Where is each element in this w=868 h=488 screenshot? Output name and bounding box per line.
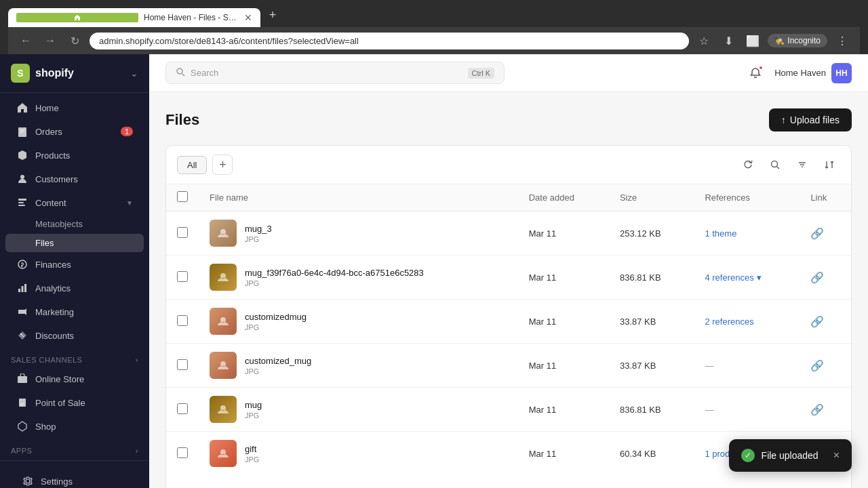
row-checkbox-cell [166,256,199,300]
file-type-5: JPG [245,455,259,464]
sales-channels-section: Sales channels › [0,348,149,367]
svg-rect-5 [18,202,24,203]
search-bar[interactable]: Search Ctrl K [165,62,505,84]
copy-link-icon-4[interactable]: 🔗 [810,404,824,415]
copy-link-icon-1[interactable]: 🔗 [810,272,824,283]
filter-all-tab[interactable]: All [177,156,207,174]
menu-icon[interactable]: ⋮ [833,31,852,50]
sidebar-item-settings[interactable]: Settings [11,470,138,488]
header-right: Home Haven HH [745,62,852,84]
row-checkbox-5[interactable] [177,447,188,458]
svg-line-18 [182,74,185,77]
row-references-link-0[interactable]: 1 theme [705,228,789,239]
download-icon[interactable]: ⬇ [719,31,738,50]
files-table: File name Date added Size References Lin… [166,184,851,475]
table-header: File name Date added Size References Lin… [166,184,851,211]
row-file-cell: customizedmug JPG [199,300,518,344]
select-all-checkbox[interactable] [177,191,188,202]
analytics-label: Analytics [35,283,71,293]
toast-close-button[interactable]: × [833,449,840,462]
tab-close-icon[interactable]: ✕ [244,12,252,23]
svg-point-17 [177,68,182,74]
row-checkbox-3[interactable] [177,359,188,370]
row-references-link-1[interactable]: 4 references ▾ [705,272,789,283]
copy-link-icon-3[interactable]: 🔗 [810,360,824,371]
sidebar-item-discounts[interactable]: Discounts [5,324,144,347]
table-row: customized_mug JPG Mar 1133.87 KB— 🔗 [166,344,851,388]
sidebar: S shopify ⌄ Home Orders 1 [0,54,149,488]
refresh-button[interactable] [737,154,759,176]
svg-rect-16 [20,405,23,405]
incognito-icon: 🕵 [774,36,785,45]
row-checkbox-1[interactable] [177,271,188,282]
row-checkbox-cell [166,432,199,476]
svg-rect-6 [18,205,25,206]
file-type-0: JPG [245,235,272,243]
browser-tab-active[interactable]: Home Haven - Files - Shopify ✕ [8,8,260,27]
copy-link-icon-0[interactable]: 🔗 [810,228,824,239]
svg-rect-10 [24,284,26,292]
sidebar-item-finances[interactable]: Finances [5,253,144,276]
customers-icon [16,173,28,185]
search-button[interactable] [764,154,786,176]
references-header: References [694,184,800,211]
copy-link-icon-2[interactable]: 🔗 [810,316,824,327]
notification-button[interactable] [745,62,766,84]
content-expand-icon: ▼ [126,199,133,207]
apps-expand[interactable]: › [136,447,138,455]
sidebar-item-products[interactable]: Products [5,144,144,167]
discounts-icon [16,329,28,342]
sidebar-item-analytics[interactable]: Analytics [5,277,144,300]
row-references-link-2[interactable]: 2 references [705,317,789,327]
file-type-2: JPG [245,323,307,331]
row-size-cell-2: 33.87 KB [609,300,694,344]
row-date-cell-3: Mar 11 [518,344,609,388]
store-switcher-icon[interactable]: ⌄ [130,68,138,79]
row-checkbox-cell [166,388,199,432]
sidebar-item-marketing[interactable]: Marketing [5,300,144,323]
row-checkbox-2[interactable] [177,315,188,326]
products-label: Products [35,150,70,161]
table-row: mug_3 JPG Mar 11253.12 KB1 theme 🔗 [166,211,851,256]
sidebar-item-metaobjects[interactable]: Metaobjects [5,215,144,233]
table-row: customizedmug JPG Mar 1133.87 KB2 refere… [166,300,851,344]
app-container: S shopify ⌄ Home Orders 1 [0,54,868,488]
incognito-button[interactable]: 🕵 Incognito [768,34,827,47]
shopify-logo-text: shopify [35,67,74,79]
row-references-dash-4: — [705,405,713,415]
point-of-sale-label: Point of Sale [35,398,85,408]
shopify-logo[interactable]: S shopify [11,64,74,83]
bookmark-icon[interactable]: ☆ [694,31,713,50]
upload-files-button[interactable]: ↑ Upload files [769,108,852,131]
marketing-label: Marketing [35,307,74,317]
sidebar-item-point-of-sale[interactable]: Point of Sale [5,391,144,414]
row-checkbox-0[interactable] [177,227,188,238]
row-checkbox-4[interactable] [177,403,188,414]
back-button[interactable]: ← [16,31,35,50]
filter-button[interactable] [791,154,813,176]
page-header: Files ↑ Upload files [165,108,852,131]
new-tab-button[interactable]: + [263,5,282,24]
sidebar-item-content[interactable]: Content ▼ [5,191,144,214]
extensions-icon[interactable]: ⬜ [743,31,762,50]
sidebar-item-shop[interactable]: Shop [5,415,144,438]
reload-button[interactable]: ↻ [65,31,84,50]
search-icon [176,67,185,79]
table-row: mug_f39f76a0-6e4c-4d94-bcc-a6751e6c5283 … [166,256,851,300]
sidebar-item-customers[interactable]: Customers [5,167,144,190]
sidebar-item-home[interactable]: Home [5,96,144,119]
address-bar[interactable]: admin.shopify.com/store/de8143-a6/conten… [90,33,689,49]
row-file-cell: mug_3 JPG [199,211,518,256]
sidebar-item-orders[interactable]: Orders 1 [5,120,144,143]
sidebar-item-files[interactable]: Files [5,234,144,252]
browser-toolbar-right: ☆ ⬇ ⬜ 🕵 Incognito ⋮ [694,31,852,50]
sales-channels-expand[interactable]: › [136,356,138,364]
add-filter-button[interactable]: + [212,155,233,175]
toast-message: File uploaded [762,450,818,461]
upload-files-label: Upload files [790,115,840,125]
svg-point-3 [20,175,24,179]
sort-button[interactable] [818,154,840,176]
forward-button[interactable]: → [41,31,60,50]
store-button[interactable]: Home Haven HH [774,63,852,83]
sidebar-item-online-store[interactable]: Online Store [5,367,144,390]
